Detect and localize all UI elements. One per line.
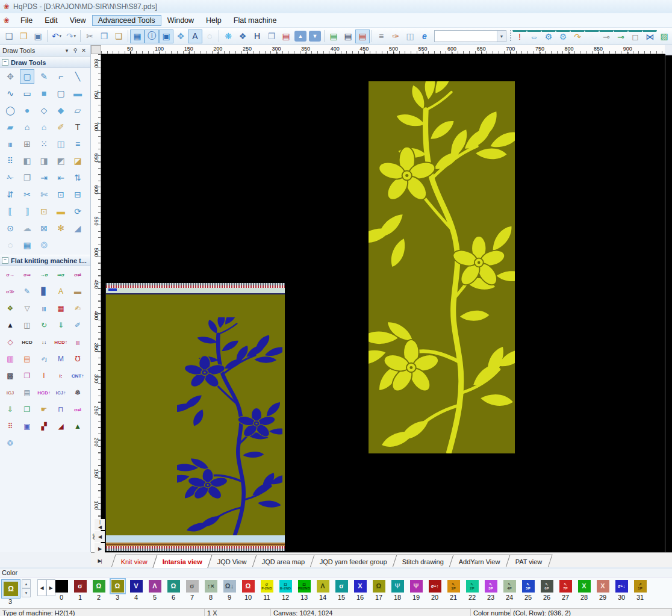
tool-pencil[interactable]: ✎ [37,69,51,84]
tab-addyarn-view[interactable]: AddYarn View [449,555,511,568]
tool-transfer-6[interactable]: σ≫ [3,284,17,299]
tool-parallelogram-filled[interactable]: ▰ [3,120,17,134]
tool-pyramid[interactable]: ▲ [3,318,17,332]
color-swatch-8[interactable]: ↑×8 [204,578,217,601]
color-swatch-22[interactable]: ↖2P22 [465,578,479,601]
tool-line[interactable]: ╲ [70,69,85,84]
tab-jqd-view[interactable]: JQD View [208,555,257,568]
color-swatch-25[interactable]: ↖5P25 [521,578,535,601]
color-swatch-15[interactable]: σ15 [335,578,348,601]
color-swatch-7[interactable]: σ7 [185,578,199,601]
tool-tree[interactable]: ▲ [70,419,85,434]
color-swatch-27[interactable]: ↖7P27 [559,578,572,601]
tool-rounded-rect-filled[interactable]: ▬ [70,86,85,101]
marquee-button[interactable]: ◌ [202,30,217,43]
usb-export-tool-button[interactable]: ⊸ [614,30,628,43]
machine-back-button[interactable]: ↷ [570,30,585,43]
color-swatch-14[interactable]: Λ14 [316,578,329,601]
tool-doc-hand[interactable]: ☛ [37,402,51,417]
redo-button[interactable]: ↷▾ [64,30,78,43]
tool-cnt-up[interactable]: CNT↑ [70,369,85,383]
tool-stairs-red[interactable]: ▞ [37,419,51,434]
machine-settings-2-button[interactable]: ⚙ [556,30,570,43]
tool-m-shape[interactable]: M [54,352,68,366]
color-swatch-26[interactable]: ↖6P26 [540,578,553,601]
menu-item-edit[interactable]: Edit [39,15,64,26]
tool-curve[interactable]: ∿ [3,86,17,101]
section-header-0[interactable]: −Draw Tools [0,57,90,68]
color-swatch-4[interactable]: V4 [129,578,143,601]
tool-bracket-both[interactable]: ⊡ [37,204,51,219]
tool-gold-a[interactable]: A [54,284,68,299]
menu-item-view[interactable]: View [64,15,92,26]
tool-select-rect[interactable]: ▢ [20,69,34,84]
color-swatch-6[interactable]: Ω6 [167,578,180,601]
tool-zoom-tool[interactable]: ⊙ [3,221,17,235]
tool-hcd[interactable]: HCD [20,335,34,349]
tool-shield-knit[interactable]: ❖ [3,301,17,316]
open-file-button[interactable]: ❒ [16,30,31,43]
icon-view-button[interactable]: ▣ [159,30,173,43]
tool-yarn-symbol[interactable]: ℧ [70,352,85,366]
center-move-button[interactable]: ✥ [173,30,188,43]
color-swatch-12[interactable]: ΩB-2ND12 [279,578,292,601]
list-tool-button[interactable]: ≡ [374,30,388,43]
tab-nav-button-3[interactable]: ▶| [95,555,105,566]
tab-nav-button-2[interactable]: ▶ [95,543,105,554]
tab-stitch-drawing[interactable]: Stitch drawing [393,555,454,568]
tool-diamond-outline[interactable]: ◇ [3,335,17,349]
tool-bracket-right[interactable]: ⟧ [20,204,34,219]
tool-pattern-hbars[interactable]: ≡ [70,137,85,151]
tool-transfer-5[interactable]: σ⇄ [70,267,85,282]
tool-view-2[interactable]: ⊟ [70,187,85,202]
design-view-small[interactable] [105,283,285,551]
layer-stack-2-button[interactable]: ▤ [341,30,355,43]
design-canvas[interactable] [101,54,672,552]
panel-dropdown-icon[interactable]: ▾ [63,48,71,54]
color-page-left-button[interactable]: ◀ [37,579,46,596]
binoculars-tool-button[interactable]: H [250,30,264,43]
color-swatch-10[interactable]: Ω10 [241,578,255,601]
tool-text-tool[interactable]: T [70,120,85,134]
mirror-tool-button[interactable]: ❖ [235,30,250,43]
collapse-icon[interactable]: − [2,59,8,66]
tool-transfer-magenta[interactable]: σ⇄ [70,402,85,417]
tool-align-right[interactable]: ⇤ [54,170,68,185]
palette-tool-button[interactable]: ▤ [279,30,293,43]
tool-brush-knit[interactable]: ✎ [20,284,34,299]
garment-tool-button[interactable]: ⌂ [585,30,599,43]
tool-marker[interactable]: ✐ [54,120,68,134]
color-spin-up-button[interactable]: ▲ [22,579,31,588]
tool-select-hand[interactable]: ✥ [3,69,17,84]
layer-stack-1-button[interactable]: ▤ [326,30,341,43]
tool-icj-up[interactable]: ICJ↑ [54,385,68,400]
color-swatch-21[interactable]: ↖1P21 [447,578,460,601]
section-header-1[interactable]: −Flat knitting machine t... [0,255,90,266]
color-swatch-19[interactable]: Ψ19 [409,578,423,601]
tool-bars-magenta[interactable]: ▥ [3,352,17,366]
color-swatch-0[interactable]: 0 [55,578,68,601]
machine-width-button[interactable]: ⇔ [527,30,541,43]
tool-triangle-red[interactable]: ◢ [54,419,68,434]
color-swatch-9[interactable]: Ω↓9 [223,578,236,601]
copy-button[interactable]: ❐ [97,30,111,43]
tool-polyline[interactable]: ⌐ [54,69,68,84]
pens-tool-button[interactable]: ✑ [388,30,403,43]
tool-down-x[interactable]: ⇩ [3,402,17,417]
tool-tshirt-knit[interactable]: ▽ [20,301,34,316]
tool-red-dots[interactable]: ⠿ [3,419,17,434]
color-spin-down-button[interactable]: ▼ [22,588,31,597]
tool-fill-4[interactable]: ◪ [70,154,85,168]
intarsia-body[interactable] [106,294,285,535]
tool-diamond[interactable]: ◇ [37,103,51,117]
toolbar-combo-input[interactable] [435,31,497,42]
tool-knife[interactable]: ✁ [3,170,17,185]
tool-transfer-2[interactable]: σ⇒ [20,267,34,282]
tool-furniture[interactable]: ⊓ [54,402,68,417]
layer-stack-3-button[interactable]: ▤ [355,30,370,43]
new-file-button[interactable]: ❑ [2,30,16,43]
tool-polygon-filled[interactable]: ⌂ [37,120,51,134]
tool-camo-pattern[interactable]: ▩ [3,369,17,383]
tool-rounded-rect[interactable]: ▢ [54,86,68,101]
cut-button[interactable]: ✂ [82,30,97,43]
